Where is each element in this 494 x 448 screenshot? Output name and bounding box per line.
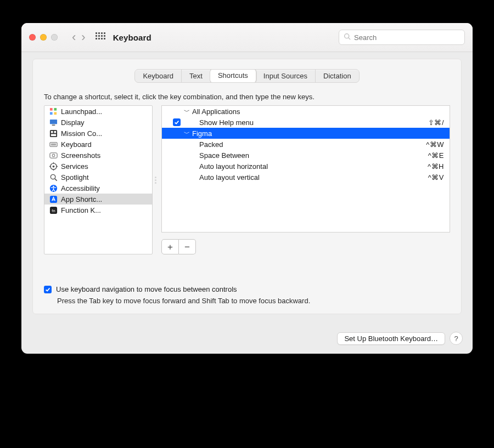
services-icon xyxy=(49,162,58,171)
tab-dictation[interactable]: Dictation xyxy=(316,70,359,82)
tab-keyboard[interactable]: Keyboard xyxy=(135,70,182,82)
tree-item[interactable]: Auto layout vertical^⌘V xyxy=(162,172,450,183)
shortcut-name: Auto layout vertical xyxy=(199,173,428,182)
show-all-preferences-button[interactable] xyxy=(96,32,105,42)
tree-group-all-applications[interactable]: ﹀All Applications xyxy=(162,106,450,117)
shortcut-keys[interactable]: ^⌘W xyxy=(426,140,444,149)
keyboard-navigation-label: Use keyboard navigation to move focus be… xyxy=(56,285,237,293)
svg-rect-21 xyxy=(50,131,53,133)
app-shortcuts-icon xyxy=(49,195,58,203)
sidebar-item-label: Accessibility xyxy=(61,184,100,192)
sidebar-item-label: Keyboard xyxy=(61,140,92,149)
svg-rect-10 xyxy=(101,38,103,39)
svg-rect-23 xyxy=(50,134,55,136)
tree-item[interactable]: Packed^⌘W xyxy=(162,139,450,150)
svg-rect-24 xyxy=(49,142,57,146)
svg-rect-22 xyxy=(54,131,56,133)
preference-tabs: KeyboardTextShortcutsInput SourcesDictat… xyxy=(44,69,450,83)
titlebar: ‹ › Keyboard xyxy=(21,23,473,52)
footer: Set Up Bluetooth Keyboard… ? xyxy=(21,324,473,354)
shortcut-name: Show Help menu xyxy=(199,118,428,127)
pane-resize-handle[interactable] xyxy=(155,169,158,191)
svg-point-12 xyxy=(345,34,349,38)
help-button[interactable]: ? xyxy=(450,332,463,345)
svg-rect-16 xyxy=(49,112,52,115)
sidebar-item-app-shortcuts[interactable]: App Shortc... xyxy=(44,194,152,205)
sidebar-item-keyboard[interactable]: Keyboard xyxy=(44,139,152,150)
function-keys-icon: fn xyxy=(49,206,58,214)
back-button[interactable]: ‹ xyxy=(72,31,76,43)
sidebar-item-mission-control[interactable]: Mission Co... xyxy=(44,128,152,139)
accessibility-icon xyxy=(49,184,58,192)
close-window-button[interactable] xyxy=(29,34,36,41)
sidebar-item-services[interactable]: Services xyxy=(44,161,152,172)
shortcut-category-list[interactable]: Launchpad...DisplayMission Co...Keyboard… xyxy=(44,105,153,254)
svg-rect-4 xyxy=(96,35,97,37)
tree-item[interactable]: Show Help menu⇧⌘/ xyxy=(162,117,450,128)
shortcut-name: Packed xyxy=(199,140,426,149)
minimize-window-button[interactable] xyxy=(40,34,47,41)
tree-group-label: Figma xyxy=(192,129,444,138)
shortcut-name: Auto layout horizontal xyxy=(199,162,428,171)
tree-group-figma[interactable]: ﹀Figma xyxy=(162,128,450,139)
svg-rect-15 xyxy=(54,107,57,110)
zoom-window-button[interactable] xyxy=(51,34,58,41)
shortcut-keys[interactable]: ^⌘V xyxy=(428,173,444,182)
svg-rect-7 xyxy=(104,35,105,37)
sidebar-item-label: Mission Co... xyxy=(61,129,102,138)
svg-rect-2 xyxy=(101,32,103,34)
add-shortcut-button[interactable]: + xyxy=(161,239,179,254)
svg-line-36 xyxy=(54,178,57,180)
shortcut-tree[interactable]: ﹀All ApplicationsShow Help menu⇧⌘/﹀Figma… xyxy=(161,105,450,232)
mission-control-icon xyxy=(49,129,58,138)
tab-text[interactable]: Text xyxy=(182,70,211,82)
display-icon xyxy=(49,118,58,127)
setup-bluetooth-keyboard-button[interactable]: Set Up Bluetooth Keyboard… xyxy=(337,332,445,345)
tree-item[interactable]: Space Between^⌘E xyxy=(162,150,450,161)
svg-point-35 xyxy=(50,174,55,179)
forward-button[interactable]: › xyxy=(81,31,85,43)
svg-rect-8 xyxy=(96,38,97,39)
instruction-text: To change a shortcut, select it, click t… xyxy=(44,93,450,101)
svg-text:fn: fn xyxy=(52,208,55,213)
tab-shortcuts[interactable]: Shortcuts xyxy=(210,69,256,83)
svg-rect-14 xyxy=(49,107,52,110)
svg-rect-5 xyxy=(98,35,100,37)
svg-rect-19 xyxy=(52,124,55,126)
tree-item[interactable]: Auto layout horizontal^⌘H xyxy=(162,161,450,172)
sidebar-item-display[interactable]: Display xyxy=(44,117,152,128)
shortcut-keys[interactable]: ^⌘H xyxy=(428,162,444,171)
sidebar-item-label: Display xyxy=(61,118,85,127)
keyboard-navigation-hint: Press the Tab key to move focus forward … xyxy=(57,297,450,305)
search-icon xyxy=(344,33,351,42)
tree-group-label: All Applications xyxy=(192,107,444,116)
chevron-down-icon: ﹀ xyxy=(184,107,190,116)
keyboard-navigation-checkbox[interactable] xyxy=(44,286,52,293)
remove-shortcut-button[interactable]: − xyxy=(179,239,196,254)
svg-rect-11 xyxy=(104,38,105,39)
tab-input-sources[interactable]: Input Sources xyxy=(256,70,316,82)
sidebar-item-accessibility[interactable]: Accessibility xyxy=(44,183,152,194)
chevron-down-icon: ﹀ xyxy=(184,129,190,138)
shortcut-keys[interactable]: ⇧⌘/ xyxy=(428,118,444,127)
svg-rect-18 xyxy=(49,119,57,123)
sidebar-item-function-keys[interactable]: fnFunction K... xyxy=(44,205,152,216)
sidebar-item-screenshots[interactable]: Screenshots xyxy=(44,150,152,161)
svg-point-28 xyxy=(52,154,55,157)
search-field[interactable] xyxy=(339,30,465,45)
launchpad-icon xyxy=(49,107,58,116)
sidebar-item-spotlight[interactable]: Spotlight xyxy=(44,172,152,183)
svg-rect-0 xyxy=(96,32,97,34)
svg-line-13 xyxy=(349,38,350,39)
svg-rect-9 xyxy=(98,38,100,39)
screenshots-icon xyxy=(49,151,58,160)
svg-rect-1 xyxy=(98,32,100,34)
svg-rect-6 xyxy=(101,35,103,37)
search-input[interactable] xyxy=(354,33,460,42)
sidebar-item-launchpad[interactable]: Launchpad... xyxy=(44,106,152,117)
shortcut-keys[interactable]: ^⌘E xyxy=(428,151,444,160)
preferences-window: ‹ › Keyboard xyxy=(21,23,473,354)
sidebar-item-label: App Shortc... xyxy=(61,195,102,203)
shortcut-enabled-checkbox[interactable] xyxy=(173,118,181,126)
sidebar-item-label: Function K... xyxy=(61,206,101,214)
